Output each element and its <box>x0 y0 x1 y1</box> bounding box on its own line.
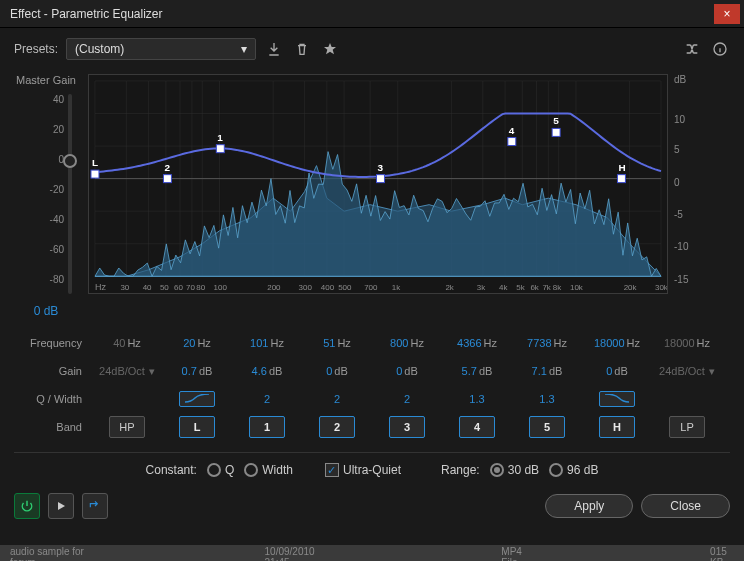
presets-label: Presets: <box>14 42 58 56</box>
gain-cell-1[interactable]: 4.6dB <box>232 360 302 382</box>
freq-cell-L[interactable]: 20Hz <box>162 332 232 354</box>
row-gain-label: Gain <box>14 360 92 382</box>
range-label: Range: <box>441 463 480 477</box>
right-db-scale: dB 10 5 0 -5 -10 -15 <box>672 74 712 318</box>
svg-text:500: 500 <box>338 283 352 292</box>
high-shelf-icon <box>599 391 635 407</box>
svg-text:700: 700 <box>364 283 378 292</box>
freq-cell-1[interactable]: 101Hz <box>232 332 302 354</box>
svg-text:1: 1 <box>217 132 223 143</box>
q-cell-4[interactable]: 1.3 <box>442 388 512 410</box>
play-button[interactable] <box>48 493 74 519</box>
svg-text:60: 60 <box>174 283 183 292</box>
freq-cell-H[interactable]: 18000Hz <box>582 332 652 354</box>
delete-preset-icon[interactable] <box>292 39 312 59</box>
svg-text:70: 70 <box>186 283 195 292</box>
gain-cell-4[interactable]: 5.7dB <box>442 360 512 382</box>
q-cell-1[interactable]: 2 <box>232 388 302 410</box>
svg-text:4k: 4k <box>499 283 507 292</box>
svg-text:4: 4 <box>509 125 515 136</box>
shelf-low[interactable] <box>162 388 232 410</box>
svg-text:50: 50 <box>160 283 169 292</box>
chevron-down-icon: ▾ <box>241 42 247 56</box>
eq-point-H[interactable] <box>617 175 625 183</box>
band-button-HP[interactable]: HP <box>109 416 145 438</box>
svg-text:40: 40 <box>143 283 152 292</box>
master-gain-label: Master Gain <box>14 74 78 86</box>
eq-point-L[interactable] <box>91 170 99 178</box>
freq-cell-HP[interactable]: 40Hz <box>92 332 162 354</box>
save-preset-icon[interactable] <box>264 39 284 59</box>
shelf-high[interactable] <box>582 388 652 410</box>
band-button-LP[interactable]: LP <box>669 416 705 438</box>
band-button-1[interactable]: 1 <box>249 416 285 438</box>
low-shelf-icon <box>179 391 215 407</box>
freq-cell-5[interactable]: 7738Hz <box>512 332 582 354</box>
gain-cell-5[interactable]: 7.1dB <box>512 360 582 382</box>
preset-value: (Custom) <box>75 42 124 56</box>
freq-cell-2[interactable]: 51Hz <box>302 332 372 354</box>
svg-text:3: 3 <box>377 162 383 173</box>
loop-button[interactable] <box>82 493 108 519</box>
presets-dropdown[interactable]: (Custom) ▾ <box>66 38 256 60</box>
gain-cell-L[interactable]: 0.7dB <box>162 360 232 382</box>
info-icon[interactable] <box>710 39 730 59</box>
eq-point-3[interactable] <box>376 175 384 183</box>
routing-icon[interactable] <box>682 39 702 59</box>
q-cell-3[interactable]: 2 <box>372 388 442 410</box>
q-cell-2[interactable]: 2 <box>302 388 372 410</box>
radio-96db[interactable]: 96 dB <box>549 463 598 477</box>
favorite-icon[interactable] <box>320 39 340 59</box>
svg-text:L: L <box>92 157 98 168</box>
window-title: Effect - Parametric Equalizer <box>10 7 714 21</box>
svg-text:8k: 8k <box>553 283 561 292</box>
svg-text:1k: 1k <box>392 283 400 292</box>
apply-button[interactable]: Apply <box>545 494 633 518</box>
check-ultra-quiet[interactable]: ✓Ultra-Quiet <box>325 463 401 477</box>
row-band-label: Band <box>14 416 92 438</box>
freq-cell-3[interactable]: 800Hz <box>372 332 442 354</box>
radio-width[interactable]: Width <box>244 463 293 477</box>
close-icon[interactable]: × <box>714 4 740 24</box>
close-button[interactable]: Close <box>641 494 730 518</box>
svg-text:Hz: Hz <box>95 282 106 292</box>
gain-cell-HP[interactable]: 24dB/Oct▾ <box>92 360 162 382</box>
band-button-4[interactable]: 4 <box>459 416 495 438</box>
band-button-2[interactable]: 2 <box>319 416 355 438</box>
svg-text:200: 200 <box>267 283 281 292</box>
eq-point-4[interactable] <box>508 138 516 146</box>
gain-cell-2[interactable]: 0dB <box>302 360 372 382</box>
eq-chart[interactable]: L21345HHz3040506070801002003004005007001… <box>88 74 668 294</box>
band-button-H[interactable]: H <box>599 416 635 438</box>
gain-cell-LP[interactable]: 24dB/Oct▾ <box>652 360 722 382</box>
svg-text:20k: 20k <box>624 283 637 292</box>
q-cell-5[interactable]: 1.3 <box>512 388 582 410</box>
master-gain-slider[interactable]: 40 20 0 -20 -40 -60 -80 <box>36 94 78 294</box>
svg-text:10k: 10k <box>570 283 583 292</box>
gain-cell-H[interactable]: 0dB <box>582 360 652 382</box>
power-button[interactable] <box>14 493 40 519</box>
freq-cell-LP[interactable]: 18000Hz <box>652 332 722 354</box>
gain-cell-3[interactable]: 0dB <box>372 360 442 382</box>
svg-text:2k: 2k <box>445 283 453 292</box>
svg-text:100: 100 <box>214 283 228 292</box>
master-gain-knob[interactable] <box>63 154 77 168</box>
radio-30db[interactable]: 30 dB <box>490 463 539 477</box>
q-cell-LP <box>652 388 722 410</box>
row-q-label: Q / Width <box>14 388 92 410</box>
q-cell-HP <box>92 388 162 410</box>
freq-cell-4[interactable]: 4366Hz <box>442 332 512 354</box>
eq-point-5[interactable] <box>552 128 560 136</box>
master-gain-value: 0 dB <box>14 304 78 318</box>
eq-point-2[interactable] <box>163 175 171 183</box>
band-button-L[interactable]: L <box>179 416 215 438</box>
band-button-5[interactable]: 5 <box>529 416 565 438</box>
svg-text:6k: 6k <box>530 283 538 292</box>
status-strip: audio sample for forum10/09/2010 21:45MP… <box>0 545 744 561</box>
eq-point-1[interactable] <box>216 145 224 153</box>
band-button-3[interactable]: 3 <box>389 416 425 438</box>
radio-q[interactable]: Q <box>207 463 234 477</box>
row-freq-label: Frequency <box>14 332 92 354</box>
svg-text:2: 2 <box>164 162 170 173</box>
svg-text:30k: 30k <box>655 283 667 292</box>
